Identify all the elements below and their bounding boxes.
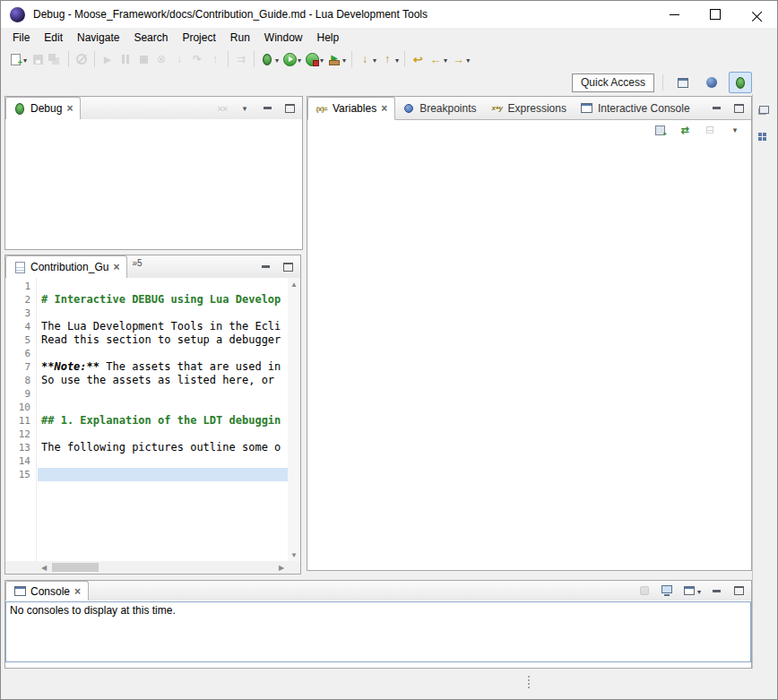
editor-line[interactable]: 14 [5,454,288,468]
dropdown-arrow-icon[interactable] [372,53,376,65]
tab-expressions[interactable]: Expressions [484,97,574,119]
dropdown-arrow-icon[interactable] [341,53,346,65]
editor-tab-overflow[interactable]: »5 [127,255,146,278]
console-maximize-button[interactable] [730,581,748,601]
editor-maximize-button[interactable] [279,257,297,277]
close-tab-icon[interactable] [74,585,81,598]
minimize-window-button[interactable] [653,1,695,28]
display-selected-console-button[interactable] [658,581,676,601]
editor-line[interactable]: 9 [5,387,288,401]
new-button[interactable] [6,49,29,69]
console-view-actions [635,581,751,601]
variables-view-menu-button[interactable] [726,120,744,140]
editor-line[interactable]: 15 [5,468,288,481]
scroll-down-icon[interactable]: ▼ [288,549,300,561]
console-minimize-button[interactable] [707,581,725,601]
debug-view-minimize-button[interactable] [258,99,276,118]
menu-help[interactable]: Help [310,29,347,47]
menu-project[interactable]: Project [175,29,222,47]
next-annotation-button[interactable] [356,49,378,69]
menu-window[interactable]: Window [257,29,310,47]
dropdown-arrow-icon[interactable] [274,53,279,65]
variables-minimize-button[interactable] [707,99,725,118]
editor-vertical-scrollbar[interactable]: ▲ ▼ [288,278,300,561]
editor-line[interactable]: 12 [5,428,288,441]
close-tab-icon[interactable] [381,102,387,115]
editor-line[interactable]: 3 [5,307,288,320]
menu-navigate[interactable]: Navigate [70,29,126,47]
console-icon [13,585,26,598]
scroll-right-icon[interactable]: ▶ [275,561,288,574]
editor-line[interactable]: 1 [5,280,288,293]
tab-interactive-console[interactable]: Interactive Console [574,97,697,119]
scroll-up-icon[interactable]: ▲ [288,278,300,290]
forward-button[interactable] [449,49,471,69]
run-button[interactable] [281,49,303,69]
scroll-left-icon[interactable]: ◀ [38,561,50,574]
line-text [38,387,288,401]
debug-view-menu-button[interactable] [236,99,254,118]
scrollbar-thumb[interactable] [52,563,99,572]
editor-line[interactable]: 7**Note:** The assets that are used in [5,360,288,374]
console-tab-label: Console [30,585,70,598]
minimized-outline-view-button[interactable] [756,126,774,146]
editor-line[interactable]: 5Read this section to setup a debugger [5,333,288,347]
scrollbar-corner-left [5,561,38,574]
tab-contribution-guide[interactable]: Contribution_Gu [5,255,127,279]
editor-line[interactable]: 13The following pictures outline some o [5,441,288,454]
dropdown-arrow-icon[interactable] [22,53,27,65]
menu-run[interactable]: Run [223,29,257,47]
editor-line[interactable]: 11## 1. Explanation of the LDT debuggin [5,414,288,428]
editor-lines[interactable]: 12# Interactive DEBUG using Lua Develop3… [5,278,288,561]
dropdown-arrow-icon[interactable] [297,53,301,65]
splitter-grip[interactable] [528,676,530,688]
tab-console[interactable]: Console [5,581,89,601]
editor-line[interactable]: 6 [5,347,288,360]
dropdown-arrow-icon[interactable] [443,53,447,65]
dropdown-arrow-icon[interactable] [394,53,399,65]
restore-minimized-view-button[interactable] [756,99,774,119]
last-edit-location-button[interactable] [409,49,427,69]
editor-line[interactable]: 4The Lua Development Tools in the Ecli [5,320,288,333]
close-tab-icon[interactable] [113,261,119,273]
editor-horizontal-scrollbar[interactable]: ◀ ▶ [38,561,288,574]
menu-search[interactable]: Search [126,29,175,47]
dropdown-arrow-icon[interactable] [696,584,701,597]
close-tab-icon[interactable] [66,102,73,115]
show-type-names-button[interactable] [651,120,669,140]
menu-file[interactable]: File [5,29,37,47]
open-console-button[interactable] [680,581,703,601]
previous-annotation-button[interactable] [378,49,401,69]
maximize-window-button[interactable] [695,1,736,28]
debug-perspective-button[interactable] [729,72,752,93]
coverage-button[interactable] [303,49,325,69]
toolbar-separator [662,74,663,91]
menu-edit[interactable]: Edit [37,29,70,47]
close-window-button[interactable] [736,1,777,28]
console-message-area[interactable]: No consoles to display at this time. [5,601,751,662]
line-text: ## 1. Explanation of the LDT debuggin [38,414,288,428]
debug-bug-icon [13,102,26,115]
open-perspective-button[interactable] [671,72,695,93]
quick-access-field[interactable]: Quick Access [572,73,654,92]
editor-line[interactable]: 8So use the assets as listed here, or [5,374,288,387]
tab-breakpoints[interactable]: Breakpoints [395,97,483,119]
debug-view-maximize-button[interactable] [281,99,298,118]
variables-maximize-button[interactable] [730,99,748,118]
dropdown-arrow-icon[interactable] [319,53,324,65]
right-tab-bar: VariablesBreakpointsExpressionsInteracti… [307,97,751,120]
line-number: 4 [5,320,38,333]
ldt-perspective-button[interactable] [700,72,723,93]
editor-minimize-button[interactable] [256,257,274,277]
maximize-icon [710,9,721,20]
tab-variables[interactable]: Variables [307,97,395,120]
editor-line[interactable]: 10 [5,401,288,414]
debug-button[interactable] [258,49,281,69]
dropdown-arrow-icon[interactable] [465,53,470,65]
ldt-app-icon [10,7,25,22]
editor-line[interactable]: 2# Interactive DEBUG using Lua Develop [5,293,288,307]
show-logical-structure-button[interactable] [676,120,694,140]
tab-debug[interactable]: Debug [5,97,81,120]
external-tools-button[interactable] [325,49,348,69]
back-button[interactable] [427,49,449,69]
